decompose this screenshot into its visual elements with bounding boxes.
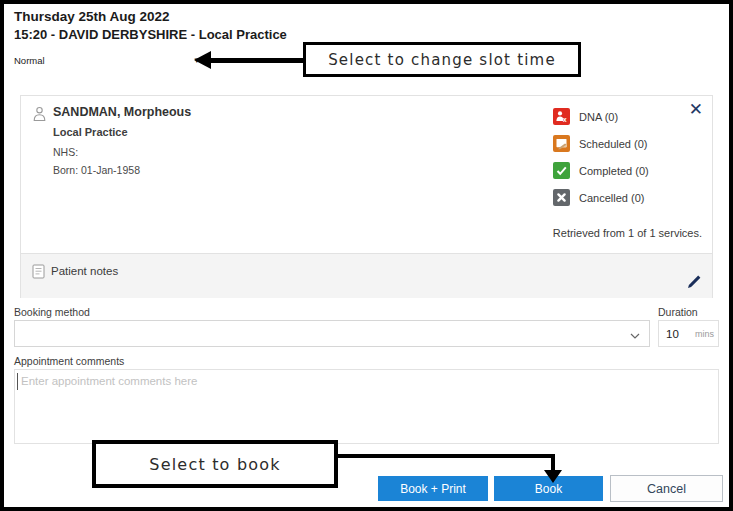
slot-type-select[interactable]: Normal ▾ <box>14 50 199 70</box>
patient-nhs: NHS: <box>53 146 78 158</box>
annotation-arrow-hline <box>336 454 555 458</box>
patient-notes-label: Patient notes <box>51 265 118 277</box>
close-icon[interactable]: ✕ <box>689 101 703 118</box>
chevron-down-icon <box>630 325 640 343</box>
book-print-button[interactable]: Book + Print <box>378 476 488 501</box>
person-icon <box>32 106 47 126</box>
document-icon <box>32 264 45 283</box>
stat-completed: Completed (0) <box>553 162 649 179</box>
patient-name: SANDMAN, Morpheous <box>53 105 191 119</box>
stat-completed-label: Completed (0) <box>579 165 649 177</box>
annotation-arrow-line <box>209 58 304 63</box>
booking-dialog: Thursday 25th Aug 2022 15:20 - DAVID DER… <box>0 0 733 511</box>
appointment-date: Thursday 25th Aug 2022 <box>14 9 170 24</box>
dna-icon: x <box>553 108 570 125</box>
annotation-select-to-book: Select to book <box>92 440 338 488</box>
booking-method-label: Booking method <box>14 306 90 318</box>
annotation-select-to-book-label: Select to book <box>149 455 280 474</box>
stat-cancelled-label: Cancelled (0) <box>579 192 644 204</box>
appointment-slot-info: 15:20 - DAVID DERBYSHIRE - Local Practic… <box>14 27 287 42</box>
duration-label: Duration <box>658 306 698 318</box>
stat-scheduled-label: Scheduled (0) <box>579 138 648 150</box>
retrieved-services-text: Retrieved from 1 of 1 services. <box>553 227 702 239</box>
appointment-comments-label: Appointment comments <box>14 355 124 367</box>
patient-notes-section: Patient notes <box>21 253 712 298</box>
stat-dna-label: DNA (0) <box>579 111 618 123</box>
annotation-change-slot-time: Select to change slot time <box>303 42 581 77</box>
duration-input[interactable]: 10 mins <box>658 320 719 347</box>
slot-type-value: Normal <box>14 55 45 66</box>
svg-text:x: x <box>563 116 567 123</box>
edit-pencil-icon[interactable] <box>686 274 702 294</box>
text-cursor <box>17 373 18 390</box>
annotation-arrow-down-icon <box>544 470 562 483</box>
scheduled-icon <box>553 135 570 152</box>
duration-unit: mins <box>695 329 714 339</box>
duration-value: 10 <box>666 328 679 340</box>
appointment-comments-input[interactable] <box>14 369 719 444</box>
patient-practice: Local Practice <box>53 126 128 138</box>
patient-card: SANDMAN, Morpheous Local Practice NHS: B… <box>20 95 713 298</box>
cancel-button[interactable]: Cancel <box>610 475 723 502</box>
annotation-arrow-vline <box>551 454 555 471</box>
stat-scheduled: Scheduled (0) <box>553 135 648 152</box>
stat-dna: x DNA (0) <box>553 108 618 125</box>
annotation-change-slot-time-label: Select to change slot time <box>328 51 556 69</box>
patient-dob: Born: 01-Jan-1958 <box>53 164 140 176</box>
cancelled-icon <box>553 189 570 206</box>
completed-icon <box>553 162 570 179</box>
booking-method-select[interactable] <box>14 320 650 347</box>
stat-cancelled: Cancelled (0) <box>553 189 644 206</box>
